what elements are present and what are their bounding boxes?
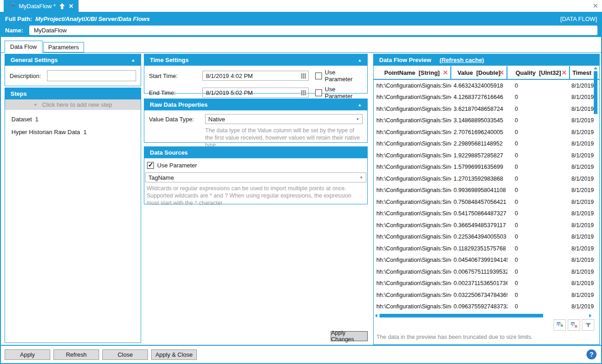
refresh-cache-link[interactable]: (Refresh cache) xyxy=(439,57,484,63)
apply-changes-button[interactable]: Apply Changes xyxy=(331,331,368,341)
cell-timestamp: 8/1/2019 xyxy=(570,164,594,170)
document-tab-close-icon[interactable]: ✕ xyxy=(69,3,74,10)
cell-value: 3.62187048658724 xyxy=(451,106,507,112)
end-use-parameter-checkbox[interactable] xyxy=(315,89,322,96)
document-tabstrip: MyDataFlow * ✕ ✕ xyxy=(0,0,602,12)
cell-quality: 0 xyxy=(507,280,570,286)
tag-name-select[interactable]: TagName ▼ xyxy=(145,172,366,182)
table-row[interactable]: hh:\Configuration\Signals:Sine1.27013592… xyxy=(374,173,599,185)
start-time-value: 8/1/2019 4:02 PM xyxy=(206,73,298,79)
dataflow-icon xyxy=(9,3,16,9)
table-row[interactable]: hh:\Configuration\Signals:Sine0.11829235… xyxy=(374,243,599,255)
collapse-arrow-icon[interactable]: ▲ xyxy=(358,58,362,62)
cell-value: 0.541750864487327 xyxy=(451,210,507,217)
scroll-left-icon[interactable] xyxy=(375,314,377,317)
name-input[interactable] xyxy=(29,26,597,35)
cell-value: 0.225364394005503 xyxy=(451,234,507,240)
steps-title: Steps xyxy=(11,90,26,97)
scroll-right-icon[interactable] xyxy=(589,314,591,317)
help-button[interactable]: ? xyxy=(586,349,597,359)
add-step-button[interactable]: + Click here to add new step xyxy=(5,99,141,110)
column-header-timestamp[interactable]: Timest xyxy=(570,66,594,79)
remove-column-icon[interactable]: ✕ xyxy=(443,69,448,76)
start-time-input[interactable]: 8/1/2019 4:02 PM xyxy=(202,71,309,81)
table-row[interactable]: hh:\Configuration\Signals:Sine2.70761696… xyxy=(374,126,599,138)
value-data-type-help-text: The data type of the Value column will b… xyxy=(205,127,362,149)
value-data-type-value: Native xyxy=(208,116,356,123)
datetime-picker-icon[interactable] xyxy=(301,90,306,95)
description-input[interactable] xyxy=(47,70,136,81)
table-row[interactable]: hh:\Configuration\Signals:Sine0.03225067… xyxy=(374,289,599,301)
cell-value: 1.92298857285827 xyxy=(451,152,507,159)
cell-timestamp: 8/1/2019 xyxy=(570,152,594,159)
table-row[interactable]: hh:\Configuration\Signals:Sine2.29895681… xyxy=(374,138,599,150)
clear-filter-button[interactable] xyxy=(568,319,580,331)
document-tab[interactable]: MyDataFlow * ✕ xyxy=(4,0,79,12)
remove-column-icon[interactable]: ✕ xyxy=(499,69,504,76)
cell-point: hh:\Configuration\Signals:Sine xyxy=(374,164,451,170)
table-row[interactable]: hh:\Configuration\Signals:Sine0.75084845… xyxy=(374,196,599,208)
cell-point: hh:\Configuration\Signals:Sine xyxy=(374,117,451,124)
cell-point: hh:\Configuration\Signals:Sine xyxy=(374,210,451,217)
cell-quality: 0 xyxy=(507,152,570,159)
grid-filter-buttons xyxy=(554,319,594,331)
clear-sorting-button[interactable] xyxy=(554,319,566,331)
scroll-up-icon[interactable] xyxy=(594,67,597,69)
refresh-button[interactable]: Refresh xyxy=(53,349,99,360)
table-row[interactable]: hh:\Configuration\Signals:Sine0.04540673… xyxy=(374,255,599,266)
vertical-scroll-thumb[interactable] xyxy=(594,71,597,114)
table-row[interactable]: hh:\Configuration\Signals:Sine3.62187048… xyxy=(374,103,599,115)
table-row[interactable]: hh:\Configuration\Signals:Sine0.00237115… xyxy=(374,278,599,290)
table-row[interactable]: hh:\Configuration\Signals:Sine3.14868895… xyxy=(374,115,599,127)
cell-value: 0.118292351575768 xyxy=(451,245,507,252)
column-header-quality[interactable]: Quality [UInt32] ✕ xyxy=(507,66,570,79)
collapse-arrow-icon[interactable]: ▲ xyxy=(131,58,135,62)
table-row[interactable]: hh:\Configuration\Signals:Sine4.66324324… xyxy=(374,80,599,92)
close-button[interactable]: Close xyxy=(102,349,148,360)
datetime-picker-icon[interactable] xyxy=(301,73,306,78)
data-sources-help-text: Wildcards or regular expressions can be … xyxy=(147,185,364,207)
window-close-icon[interactable]: ✕ xyxy=(592,1,598,10)
step-item-dataset[interactable]: Dataset 1 xyxy=(5,110,141,123)
start-use-parameter-checkbox[interactable] xyxy=(315,73,322,79)
content-area: General Settings ▲ Description: Steps + … xyxy=(1,53,601,346)
cell-value: 0.0322506734784369 xyxy=(451,292,507,298)
apply-and-close-button[interactable]: Apply & Close xyxy=(151,349,197,360)
filter-editor-button[interactable] xyxy=(582,319,594,331)
column-header-pointname[interactable]: PointName [String] ✕ xyxy=(374,66,451,79)
table-row[interactable]: hh:\Configuration\Signals:Sine1.92298857… xyxy=(374,150,599,161)
table-row[interactable]: hh:\Configuration\Signals:Sine0.22536439… xyxy=(374,231,599,243)
chevron-down-icon: ▼ xyxy=(356,117,359,121)
horizontal-scroll-thumb[interactable] xyxy=(380,314,543,317)
float-window-icon[interactable] xyxy=(59,3,65,9)
apply-button[interactable]: Apply xyxy=(5,349,50,360)
column-header-label: Quality [UInt32] xyxy=(516,69,561,76)
table-row[interactable]: hh:\Configuration\Signals:Sine0.99369895… xyxy=(374,185,599,197)
table-row[interactable]: hh:\Configuration\Signals:Sine0.09637559… xyxy=(374,301,599,313)
value-data-type-select[interactable]: Native ▼ xyxy=(205,114,363,124)
end-time-value: 8/1/2019 5:02 PM xyxy=(206,89,298,96)
column-header-label: Timest xyxy=(572,69,591,76)
vertical-scrollbar[interactable] xyxy=(594,67,598,313)
table-row[interactable]: hh:\Configuration\Signals:Sine0.36654948… xyxy=(374,219,599,231)
table-row[interactable]: hh:\Configuration\Signals:Sine1.57996991… xyxy=(374,161,599,173)
remove-column-icon[interactable]: ✕ xyxy=(561,69,567,76)
general-settings-header: General Settings ▲ xyxy=(5,54,141,66)
horizontal-scrollbar[interactable] xyxy=(375,313,593,318)
table-row[interactable]: hh:\Configuration\Signals:Sine0.00675751… xyxy=(374,266,599,278)
document-tab-title: MyDataFlow * xyxy=(19,3,56,10)
table-row[interactable]: hh:\Configuration\Signals:Sine0.54175086… xyxy=(374,208,599,220)
step-item-hyper-historian[interactable]: Hyper Historian Raw Data 1 xyxy=(5,123,141,135)
data-flow-preview-title: Data Flow Preview xyxy=(379,57,431,63)
end-time-input[interactable]: 8/1/2019 5:02 PM xyxy=(202,88,309,98)
use-parameter-checkbox-sources[interactable] xyxy=(147,162,154,169)
tab-parameters[interactable]: Parameters xyxy=(43,42,84,52)
full-path-value: MyProject/AnalytiX/BI Server/Data Flows xyxy=(35,16,150,22)
table-row[interactable]: hh:\Configuration\Signals:Sine4.12683727… xyxy=(374,92,599,104)
tab-data-flow[interactable]: Data Flow xyxy=(5,41,42,53)
cell-quality: 0 xyxy=(507,222,570,229)
collapse-arrow-icon[interactable]: ▲ xyxy=(358,103,362,107)
cell-point: hh:\Configuration\Signals:Sine xyxy=(374,106,451,112)
data-flow-preview-header: Data Flow Preview (Refresh cache) xyxy=(374,54,599,66)
column-header-value[interactable]: Value [Double] ✕ xyxy=(451,66,507,79)
